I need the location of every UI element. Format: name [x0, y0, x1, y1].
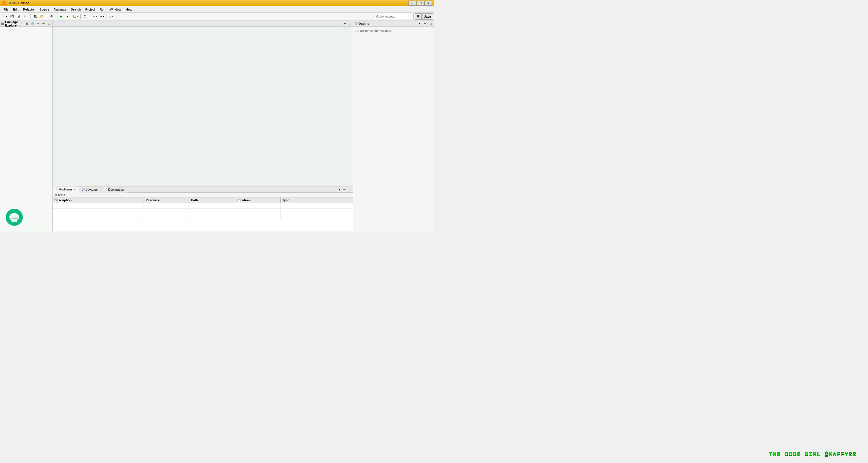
- row3-description: [53, 214, 144, 220]
- prev-annotation-button[interactable]: ⬡: [82, 13, 88, 20]
- new-button[interactable]: 📄▾: [1, 13, 8, 20]
- col-header-path: Path: [189, 198, 235, 203]
- outline-content: An outline is not available.: [353, 27, 434, 231]
- separator-4: [80, 14, 81, 19]
- steemit-icon: steemit: [6, 209, 23, 226]
- print-button[interactable]: 🖨: [16, 13, 22, 20]
- menu-edit[interactable]: Edit: [11, 7, 21, 12]
- row1-description: [53, 203, 144, 208]
- package-explorer-title: Package Explorer: [5, 21, 18, 27]
- col-header-location: Location: [235, 198, 281, 203]
- toolbar: 📄▾ 💾 🖨 📋 JU 📂 ⚙ ▶ ▾ 🐛▾ ⬡ ←▾ →▾ ↕▾ ⊞ Java: [0, 12, 434, 21]
- title-bar-left: Java - Eclipse: [2, 1, 29, 5]
- title-bar: Java - Eclipse ─ ❐ ✕: [0, 0, 434, 6]
- tab-declaration[interactable]: 📄 Declaration: [101, 186, 127, 193]
- link-editor-button[interactable]: 🔗: [30, 21, 35, 26]
- outline-close[interactable]: ✕: [417, 21, 422, 26]
- table-header: Description Resource Path Location Type: [53, 198, 353, 203]
- minimize-button[interactable]: ─: [408, 1, 416, 6]
- menu-search[interactable]: Search: [69, 7, 83, 12]
- outline-empty-message: An outline is not available.: [355, 29, 392, 32]
- minimize-panel-button[interactable]: ─: [41, 21, 46, 26]
- tab-javadoc[interactable]: @ Javadoc: [79, 186, 100, 193]
- table-row: [53, 203, 353, 209]
- package-explorer-content: steemit: [0, 27, 53, 231]
- table-body: [53, 203, 353, 220]
- back-button[interactable]: ←▾: [91, 13, 98, 20]
- package-explorer-panel: ⊞ Package Explorer ✕ ⊟ 🔗 ▾ ─ □ steemit: [0, 21, 53, 231]
- row2-description: [53, 209, 144, 214]
- panels-row: ⊞ Package Explorer ✕ ⊟ 🔗 ▾ ─ □ steemit: [0, 21, 434, 231]
- menu-source[interactable]: Source: [37, 7, 52, 12]
- run-dropdown[interactable]: ▾: [65, 13, 71, 20]
- svg-text:steemit: steemit: [11, 218, 18, 220]
- collapse-all-button[interactable]: ⊟: [25, 21, 29, 26]
- editor-maximize-button[interactable]: □: [347, 21, 352, 26]
- maximize-panel-button[interactable]: □: [47, 21, 51, 26]
- col-header-type: Type: [281, 198, 353, 203]
- row3-type: [281, 214, 353, 220]
- menu-refactor[interactable]: Refactor: [21, 7, 37, 12]
- bottom-view-menu-button[interactable]: ▾: [337, 187, 342, 192]
- open-type-button[interactable]: JU: [32, 13, 38, 20]
- tab-problems[interactable]: ⚠ Problems ✕: [53, 186, 79, 193]
- row3-path: [189, 214, 235, 220]
- menu-help[interactable]: Help: [123, 7, 134, 12]
- outline-panel: ⊟ Outline ✕ ─ □ An outline is not availa…: [353, 21, 434, 231]
- debug-button[interactable]: 🐛▾: [71, 13, 79, 20]
- row2-path: [189, 209, 235, 214]
- row3-location: [235, 214, 281, 220]
- editor-minimize-button[interactable]: ─: [343, 21, 347, 26]
- close-button[interactable]: ✕: [425, 1, 432, 6]
- outline-minimize-button[interactable]: ─: [423, 21, 427, 26]
- row1-type: [281, 203, 353, 208]
- window-title: Java - Eclipse: [8, 1, 29, 5]
- menu-run[interactable]: Run: [97, 7, 108, 12]
- javadoc-icon: @: [82, 188, 85, 191]
- bottom-content: 0 items Description Resource Path Locati…: [53, 193, 353, 231]
- bottom-maximize-button[interactable]: □: [347, 187, 352, 192]
- menu-bar: File Edit Refactor Source Navigate Searc…: [0, 6, 434, 12]
- bottom-minimize-button[interactable]: ─: [342, 187, 347, 192]
- bottom-right-btns: ▾ ─ □: [337, 187, 353, 192]
- nav-button[interactable]: ↕▾: [108, 13, 115, 20]
- row1-path: [189, 203, 235, 208]
- row2-resource: [144, 209, 189, 214]
- editor-content[interactable]: [53, 27, 353, 186]
- bottom-tabs-row: ⚠ Problems ✕ @ Javadoc 📄 Declaration: [53, 186, 353, 193]
- open-task-button[interactable]: 📂: [39, 13, 45, 20]
- separator-6: [106, 14, 107, 19]
- open-perspective-button[interactable]: ⊞: [415, 13, 422, 20]
- col-header-resource: Resource: [144, 198, 189, 203]
- row3-resource: [144, 214, 189, 220]
- package-explorer-header: ⊞ Package Explorer ✕ ⊟ 🔗 ▾ ─ □: [0, 21, 53, 27]
- table-row: [53, 214, 353, 220]
- watermark-logo: steemit: [6, 209, 23, 226]
- menu-file[interactable]: File: [1, 7, 11, 12]
- save-button[interactable]: 💾: [9, 13, 16, 20]
- view-menu-button[interactable]: ▾: [36, 21, 40, 26]
- table-row: [53, 209, 353, 214]
- separator-7: [413, 14, 414, 19]
- run-button[interactable]: ▶: [58, 13, 64, 20]
- row1-location: [235, 203, 281, 208]
- title-bar-controls: ─ ❐ ✕: [408, 1, 432, 6]
- restore-button[interactable]: ❐: [416, 1, 424, 6]
- java-perspective-button[interactable]: Java: [422, 13, 433, 20]
- forward-button[interactable]: →▾: [99, 13, 105, 20]
- row1-resource: [144, 203, 189, 208]
- declaration-icon: 📄: [104, 188, 107, 191]
- javadoc-tab-label: Javadoc: [86, 188, 98, 191]
- quick-access-input[interactable]: [375, 14, 412, 19]
- menu-navigate[interactable]: Navigate: [52, 7, 68, 12]
- properties-button[interactable]: 📋: [23, 13, 29, 20]
- package-explorer-close[interactable]: ✕: [19, 21, 24, 26]
- problems-tab-close[interactable]: ✕: [73, 188, 76, 191]
- menu-project[interactable]: Project: [83, 7, 97, 12]
- problems-icon: ⚠: [56, 187, 58, 191]
- menu-window[interactable]: Window: [108, 7, 123, 12]
- separator-5: [90, 14, 90, 19]
- bottom-panels: ⚠ Problems ✕ @ Javadoc 📄 Declaration: [53, 186, 353, 231]
- tools-button[interactable]: ⚙: [49, 13, 55, 20]
- outline-maximize-button[interactable]: □: [429, 21, 433, 26]
